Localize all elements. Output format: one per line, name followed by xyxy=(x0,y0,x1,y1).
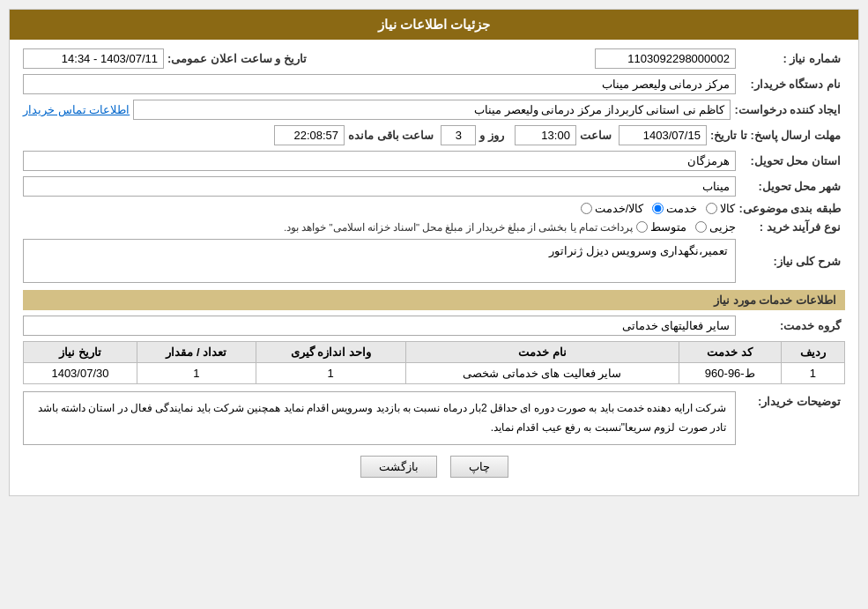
page-header: جزئیات اطلاعات نیاز xyxy=(10,10,858,40)
category-kala-khedmat-label: کالا/خدمت xyxy=(595,202,644,215)
service-group-row: گروه خدمت: سایر فعالیتهای خدماتی xyxy=(23,316,845,336)
deadline-time-label: ساعت xyxy=(580,129,612,142)
cell-unit: 1 xyxy=(256,363,405,384)
process-option-motavasset[interactable]: متوسط xyxy=(636,220,686,234)
category-kala-radio[interactable] xyxy=(706,203,717,214)
need-number-label: شماره نیاز : xyxy=(739,52,845,65)
deadline-date: 1403/07/15 xyxy=(619,125,707,145)
need-number-value: 1103092298000002 xyxy=(595,48,736,69)
process-motavasset-label: متوسط xyxy=(650,220,686,234)
category-label: طبقه بندی موضوعی: xyxy=(738,202,845,215)
remaining-days: 3 xyxy=(441,125,476,145)
col-header-date: تاریخ نیاز xyxy=(24,342,137,363)
remaining-days-label: روز و xyxy=(479,129,504,142)
page-title: جزئیات اطلاعات نیاز xyxy=(378,17,490,32)
province-row: استان محل تحویل: هرمزگان xyxy=(23,151,845,171)
process-jozi-radio[interactable] xyxy=(695,221,707,233)
description-label: شرح کلی نیاز: xyxy=(739,255,845,268)
category-khedmat-radio[interactable] xyxy=(652,203,664,214)
remaining-time: 22:08:57 xyxy=(274,125,345,145)
category-option-kala-khedmat[interactable]: کالا/خدمت xyxy=(581,202,644,215)
buyer-notes-text: شرکت ارایه دهنده خدمت باید به صورت دوره … xyxy=(38,402,726,434)
city-value: میناب xyxy=(23,176,736,197)
category-kala-label: کالا xyxy=(720,202,735,215)
process-jozi-label: جزیی xyxy=(709,220,736,234)
print-button[interactable]: چاپ xyxy=(450,456,508,478)
category-khedmat-label: خدمت xyxy=(666,202,697,215)
deadline-time: 13:00 xyxy=(515,125,576,145)
remaining-time-label: ساعت باقی مانده xyxy=(348,129,434,142)
creator-label: ایجاد کننده درخواست: xyxy=(734,103,845,116)
creator-row: ایجاد کننده درخواست: کاظم نی استانی کارب… xyxy=(23,100,845,120)
col-header-row: ردیف xyxy=(781,342,844,363)
publish-datetime-value: 1403/07/11 - 14:34 xyxy=(23,48,164,69)
cell-date: 1403/07/30 xyxy=(24,363,137,384)
province-value: هرمزگان xyxy=(23,151,736,171)
col-header-unit: واحد اندازه گیری xyxy=(256,342,405,363)
page-container: جزئیات اطلاعات نیاز شماره نیاز : 1103092… xyxy=(9,9,859,496)
services-section-header: اطلاعات خدمات مورد نیاز xyxy=(23,290,845,310)
creator-link[interactable]: اطلاعات تماس خریدار xyxy=(23,103,130,116)
buyer-org-value: مرکز درمانی ولیعصر میناب xyxy=(23,74,736,94)
process-label: نوع فرآیند خرید : xyxy=(739,220,845,234)
buyer-notes-row: توضیحات خریدار: شرکت ارایه دهنده خدمت با… xyxy=(23,391,845,445)
cell-code: ط-96-960 xyxy=(679,363,781,384)
description-row: شرح کلی نیاز: تعمیر،نگهداری وسرویس دیزل … xyxy=(23,239,845,283)
col-header-code: کد خدمت xyxy=(679,342,781,363)
col-header-name: نام خدمت xyxy=(405,342,679,363)
city-label: شهر محل تحویل: xyxy=(739,180,845,193)
buyer-org-row: نام دستگاه خریدار: مرکز درمانی ولیعصر می… xyxy=(23,74,845,94)
cell-row: 1 xyxy=(781,363,844,384)
description-value: تعمیر،نگهداری وسرویس دیزل ژنراتور xyxy=(23,239,736,283)
category-row: طبقه بندی موضوعی: کالا خدمت کالا/خدمت xyxy=(23,202,845,215)
process-option-jozi[interactable]: جزیی xyxy=(695,220,736,234)
need-number-row: شماره نیاز : 1103092298000002 تاریخ و سا… xyxy=(23,48,845,69)
process-radio-group: جزیی متوسط xyxy=(636,220,736,234)
category-kala-khedmat-radio[interactable] xyxy=(581,203,592,214)
content-area: شماره نیاز : 1103092298000002 تاریخ و سا… xyxy=(10,40,858,495)
process-note: پرداخت تمام یا بخشی از مبلغ خریدار از مب… xyxy=(23,221,633,234)
process-row: نوع فرآیند خرید : جزیی متوسط پرداخت تمام… xyxy=(23,220,845,234)
col-header-qty: تعداد / مقدار xyxy=(137,342,256,363)
description-container: تعمیر،نگهداری وسرویس دیزل ژنراتور xyxy=(23,239,736,283)
back-button[interactable]: بازگشت xyxy=(360,456,437,478)
service-group-value: سایر فعالیتهای خدماتی xyxy=(23,316,736,336)
category-option-khedmat[interactable]: خدمت xyxy=(652,202,697,215)
city-row: شهر محل تحویل: میناب xyxy=(23,176,845,197)
deadline-row: مهلت ارسال پاسخ: تا تاریخ: 1403/07/15 سا… xyxy=(23,125,845,145)
deadline-label: مهلت ارسال پاسخ: تا تاریخ: xyxy=(710,129,845,142)
category-radio-group: کالا خدمت کالا/خدمت xyxy=(581,202,736,215)
table-row: 1ط-96-960سایر فعالیت های خدماتی شخصی1114… xyxy=(24,363,845,384)
process-motavasset-radio[interactable] xyxy=(636,221,648,233)
buyer-notes-label: توضیحات خریدار: xyxy=(739,391,845,408)
category-option-kala[interactable]: کالا xyxy=(706,202,735,215)
buyer-notes-value: شرکت ارایه دهنده خدمت باید به صورت دوره … xyxy=(23,391,736,445)
cell-quantity: 1 xyxy=(137,363,256,384)
cell-name: سایر فعالیت های خدماتی شخصی xyxy=(405,363,679,384)
service-group-label: گروه خدمت: xyxy=(739,319,845,332)
services-table: ردیف کد خدمت نام خدمت واحد اندازه گیری ت… xyxy=(23,341,845,384)
buyer-org-label: نام دستگاه خریدار: xyxy=(739,78,845,91)
creator-value: کاظم نی استانی کاربرداز مرکز درمانی ولیع… xyxy=(133,100,731,120)
province-label: استان محل تحویل: xyxy=(739,154,845,167)
publish-datetime-label: تاریخ و ساعت اعلان عمومی: xyxy=(167,52,311,65)
button-row: چاپ بازگشت xyxy=(23,456,845,478)
